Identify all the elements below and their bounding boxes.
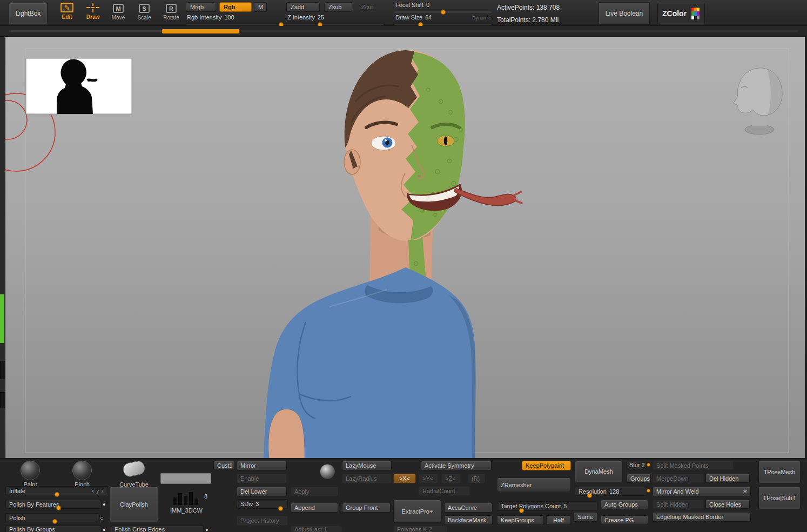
sdiv-handle[interactable] <box>278 506 283 511</box>
curvetube-brush-icon[interactable] <box>122 460 146 478</box>
backfacemask-button[interactable]: BackfaceMask <box>444 515 493 525</box>
append-button[interactable]: Append <box>291 503 338 513</box>
mirror-and-weld-button[interactable]: Mirror And Weld ✱ <box>653 487 751 496</box>
polish-by-features-mode-dot[interactable]: ● <box>103 502 105 507</box>
sculpt-character[interactable] <box>264 50 522 458</box>
tposemesh-button[interactable]: TPoseMesh <box>758 461 801 483</box>
sdiv-label: SDiv <box>240 501 253 507</box>
polish-handle[interactable] <box>52 519 57 524</box>
target-polygons-slider[interactable]: Target Polygons Count 5 <box>497 501 597 511</box>
subtool-preview-head[interactable] <box>734 68 782 134</box>
inactive-brush-slot[interactable] <box>160 473 211 484</box>
accucurve-button[interactable]: AccuCurve <box>444 503 493 513</box>
imm-brush-icon[interactable] <box>173 492 198 505</box>
rgb-label: Rgb <box>224 4 235 10</box>
m-button[interactable]: M <box>254 2 267 12</box>
polish-by-features-slider[interactable]: Polish By Features <box>5 500 102 509</box>
groups-label: Groups <box>630 475 650 482</box>
sculpt-canvas[interactable] <box>5 37 805 458</box>
sdiv-slider[interactable]: SDiv 3 <box>237 499 288 509</box>
strip-orange-scrubber[interactable] <box>162 29 239 33</box>
live-boolean-button[interactable]: Live Boolean <box>598 2 650 25</box>
cust1-label: Cust1 <box>217 462 233 469</box>
tray-slot-icon[interactable] <box>0 392 5 408</box>
group-front-label: Group Front <box>346 504 378 511</box>
cust1-button[interactable]: Cust1 <box>213 461 235 470</box>
focal-shift-slider[interactable]: Focal Shift0 <box>394 2 492 13</box>
del-lower-label: Del Lower <box>240 488 267 495</box>
resolution-handle[interactable] <box>587 493 592 498</box>
edgeloop-masked-border-button[interactable]: Edgeloop Masked Border <box>653 512 751 522</box>
edit-tool-button[interactable]: ✎ Edit <box>56 3 78 25</box>
lazymouse-button[interactable]: LazyMouse <box>342 461 392 470</box>
polish-by-groups-mode-dot[interactable]: ● <box>103 527 105 532</box>
paint-brush-icon[interactable] <box>21 461 40 480</box>
rgb-button[interactable]: Rgb <box>219 2 252 12</box>
rgb-intensity-value: 100 <box>224 14 234 21</box>
same-button[interactable]: Same <box>573 512 597 522</box>
polish-by-groups-slider[interactable]: Polish By Groups <box>5 526 102 532</box>
rgb-intensity-slider[interactable]: Rgb Intensity100 <box>186 14 286 25</box>
close-holes-button[interactable]: Close Holes <box>705 500 750 509</box>
alpha-thumbnail[interactable] <box>26 58 132 114</box>
enable-label: Enable <box>240 475 259 482</box>
crease-pg-button[interactable]: Crease PG <box>601 515 648 525</box>
stroke-type-icon[interactable] <box>320 464 335 479</box>
blur-indicator-dot[interactable] <box>647 463 650 467</box>
del-lower-button[interactable]: Del Lower <box>237 487 287 496</box>
polish-slider[interactable]: Polish <box>5 513 98 522</box>
keep-polypaint-button[interactable]: KeepPolypaint <box>522 461 571 470</box>
group-front-button[interactable]: Group Front <box>342 503 391 513</box>
half-button[interactable]: Half <box>546 515 571 525</box>
inflate-axis-toggle[interactable]: x y z <box>91 488 104 494</box>
move-tool-button[interactable]: M Move <box>109 4 127 25</box>
auto-groups-button[interactable]: Auto Groups <box>601 500 648 509</box>
inflate-slider[interactable]: Inflate x y z <box>5 486 108 495</box>
zsub-button[interactable]: Zsub <box>324 2 352 12</box>
blur-slider[interactable]: Blur 2 <box>627 461 647 469</box>
mirror-button[interactable]: Mirror <box>237 461 287 470</box>
strip-gray-segment <box>11 30 162 32</box>
m-label: M <box>258 4 263 10</box>
groups-button[interactable]: Groups <box>627 474 651 483</box>
resolution-slider[interactable]: Resolution 128 <box>575 487 647 496</box>
polish-mode-circle[interactable]: ○ <box>100 515 104 521</box>
symmetry-x-button[interactable]: >X< <box>393 474 416 483</box>
zadd-button[interactable]: Zadd <box>286 2 320 12</box>
lightbox-button[interactable]: LightBox <box>9 3 48 24</box>
live-boolean-label: Live Boolean <box>606 10 643 17</box>
tray-slot-icon[interactable] <box>0 361 5 379</box>
same-label: Same <box>577 514 593 520</box>
activate-symmetry-button[interactable]: Activate Symmetry <box>421 461 492 470</box>
z-intensity-slider[interactable]: Z Intensity25 <box>286 14 384 25</box>
dynamesh-button[interactable]: DynaMesh <box>575 461 623 482</box>
lazymouse-label: LazyMouse <box>346 462 376 469</box>
polish-crisp-edges-slider[interactable]: Polish Crisp Edges <box>111 526 204 532</box>
claypolish-button[interactable]: ClayPolish <box>110 487 158 522</box>
polish-crisp-edges-mode-dot[interactable]: ● <box>205 527 208 532</box>
split-masked-points-label: Split Masked Points <box>656 462 709 469</box>
zremesher-button[interactable]: ZRemesher <box>497 477 571 492</box>
keepgroups-button[interactable]: KeepGroups <box>497 515 544 525</box>
color-palette-icon[interactable] <box>691 7 700 20</box>
target-polygons-handle[interactable] <box>519 508 524 513</box>
close-holes-label: Close Holes <box>709 501 741 508</box>
rotate-tool-button[interactable]: R Rotate <box>161 4 181 25</box>
polish-by-features-handle[interactable] <box>56 506 61 510</box>
draw-tool-button[interactable]: Draw <box>82 3 104 25</box>
inflate-handle[interactable] <box>55 492 59 497</box>
rgb-intensity-track <box>186 24 286 25</box>
scale-tool-button[interactable]: S Scale <box>135 4 153 25</box>
imm-brush-label[interactable]: IMM_3DCW <box>162 507 211 514</box>
resolution-indicator-dot[interactable] <box>647 489 650 493</box>
zcolor-button[interactable]: ZColor <box>657 3 705 24</box>
tpose-subt-button[interactable]: TPose|SubT <box>758 487 801 509</box>
draw-size-track <box>394 24 492 25</box>
tray-green-tab[interactable] <box>0 294 4 343</box>
dynamic-mode-label[interactable]: Dynamic <box>472 15 491 21</box>
bottom-shelf: Paint Pinch CurveTube 8 IMM_3DCW Inflate… <box>0 458 807 532</box>
mrgb-button[interactable]: Mrgb <box>186 2 216 12</box>
pinch-brush-icon[interactable] <box>72 461 92 480</box>
extractpro-button[interactable]: ExtractPro+ <box>393 500 441 523</box>
del-hidden-button[interactable]: Del Hidden <box>705 474 750 483</box>
